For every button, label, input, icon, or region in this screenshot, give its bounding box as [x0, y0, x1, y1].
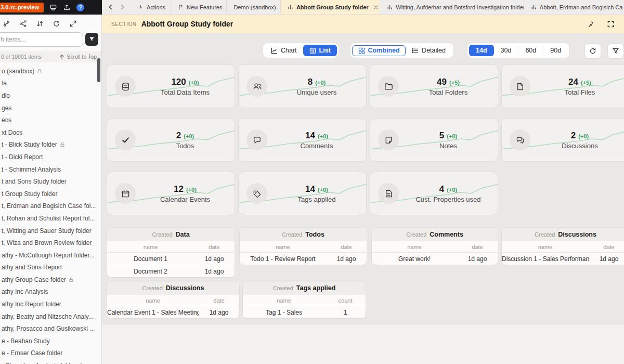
- table-row[interactable]: Discussion 1 - Sales Performance1d ago: [502, 252, 624, 265]
- tab-demo-sandbox[interactable]: Demo (sandbox): [227, 0, 281, 14]
- combined-mode-button[interactable]: Combined: [352, 45, 406, 56]
- stat-card-calendar-events: 12(+0)Calendar Events: [107, 172, 235, 215]
- lock-icon: [37, 69, 42, 74]
- stat-label: Unique users: [297, 88, 337, 96]
- tree-item[interactable]: t - Schimmel Analysis: [0, 163, 101, 176]
- bar-chart-icon: [387, 4, 393, 10]
- range-90d-button[interactable]: 90d: [543, 45, 568, 56]
- stat-value: 2: [571, 131, 576, 141]
- table-row[interactable]: Todo 1 - Review Report1d ago: [240, 252, 367, 265]
- pin-icon[interactable]: [587, 20, 594, 28]
- calendar-icon: [115, 183, 136, 204]
- share-graph-icon[interactable]: [19, 20, 27, 28]
- range-60d-button[interactable]: 60d: [518, 45, 543, 56]
- mode-toggle: Combined Detailed: [350, 43, 454, 58]
- stat-label: Total Files: [565, 88, 595, 96]
- tree-item[interactable]: athy and Sons Report: [0, 262, 101, 274]
- sidebar-scrollbar[interactable]: [97, 58, 100, 82]
- tree-item[interactable]: athy, Beatty and Nitzsche Analy...: [0, 310, 101, 323]
- stat-value: 49: [437, 77, 447, 87]
- refresh-icon[interactable]: [53, 20, 60, 28]
- sidebar: 0 of 10001 items Scroll to Top o (sandbo…: [0, 15, 102, 364]
- tab-label: Abbott Group Study folder: [296, 4, 369, 10]
- list-view-button[interactable]: List: [303, 45, 337, 56]
- tree-item[interactable]: athy Inc Analysis: [0, 286, 101, 298]
- tree-item[interactable]: t and Sons Study folder: [0, 175, 101, 188]
- table-header: CreatedData: [107, 228, 235, 241]
- sidebar-filter-button[interactable]: [85, 33, 98, 46]
- stat-delta: (+0): [318, 133, 328, 139]
- sort-icon[interactable]: [36, 20, 44, 28]
- share-icon[interactable]: [63, 4, 71, 11]
- stat-value: 14: [305, 131, 315, 141]
- device-icon[interactable]: [49, 4, 57, 11]
- tree-item[interactable]: t - Dicki Report: [0, 151, 101, 163]
- tree-item[interactable]: athy Group Case folder: [0, 274, 101, 286]
- table-columns: namedate: [372, 241, 498, 252]
- app-screen: 3.0-rc-preview ? Actions New Features De…: [0, 0, 624, 364]
- chart-view-button[interactable]: Chart: [265, 45, 303, 56]
- stat-delta: (+0): [189, 80, 199, 86]
- scroll-to-top-link[interactable]: Scroll to Top: [59, 54, 97, 60]
- range-14d-button[interactable]: 14d: [469, 45, 494, 56]
- range-30d-button[interactable]: 30d: [494, 45, 518, 56]
- tab-label: Demo (sandbox): [233, 4, 276, 10]
- tab-abbott-group-study-folder[interactable]: Abbott Group Study folder: [281, 0, 380, 14]
- filter-button[interactable]: [607, 43, 624, 59]
- back-icon[interactable]: [108, 3, 113, 12]
- tree-item[interactable]: t - Blick Study folder: [0, 139, 101, 151]
- stat-value: 4: [439, 184, 444, 194]
- forward-icon[interactable]: [120, 3, 125, 12]
- table-row[interactable]: Calendar Event 1 - Sales Meeting1d ago: [107, 306, 239, 318]
- fullscreen-icon[interactable]: [607, 20, 615, 28]
- tree-item[interactable]: athy - McCullough Report folder...: [0, 249, 101, 262]
- table-row[interactable]: Tag 1 - Sales1: [243, 306, 366, 318]
- help-icon[interactable]: ?: [76, 4, 84, 11]
- table-row[interactable]: Great work!1d ago: [372, 252, 498, 265]
- refresh-icon: [589, 47, 596, 55]
- tree-item[interactable]: xt Docs: [0, 126, 101, 139]
- section-header: section Abbott Group Study folder: [102, 15, 624, 33]
- tree-item[interactable]: t, Rohan and Schulist Report fol...: [0, 212, 101, 225]
- tree-item[interactable]: - Shanahan Analysis folder: [0, 359, 101, 364]
- tree-item[interactable]: eos: [0, 114, 101, 126]
- tree-item[interactable]: t Group Study folder: [0, 188, 101, 200]
- tab-witting-aufderhar-folder[interactable]: Witting, Aufderhar and Botsford Investig…: [380, 0, 524, 14]
- tab-actions[interactable]: Actions: [131, 0, 171, 14]
- close-icon[interactable]: [373, 5, 379, 10]
- tree-item[interactable]: t, Witting and Sauer Study folder: [0, 225, 101, 237]
- stat-value: 120: [171, 77, 186, 87]
- search-input[interactable]: [0, 32, 83, 47]
- stat-label: Todos: [176, 142, 194, 150]
- table-row[interactable]: Document 11d ago: [107, 252, 235, 265]
- refresh-button[interactable]: [584, 43, 601, 59]
- table-columns: namedate: [240, 241, 367, 252]
- table-row[interactable]: Document 21d ago: [107, 265, 235, 277]
- branch-icon[interactable]: [3, 20, 10, 28]
- tab-nav: [102, 0, 131, 14]
- tree-item[interactable]: athy Inc Report folder: [0, 298, 101, 310]
- tree-item[interactable]: ta: [0, 77, 101, 90]
- content-footer-area: [102, 325, 624, 364]
- tree-item[interactable]: athy, Prosacco and Gusikowski ...: [0, 322, 101, 335]
- stat-value: 12: [174, 184, 184, 194]
- stat-card-discussions: 2(+0)Discussions: [501, 118, 624, 162]
- tree-item[interactable]: e - Ernser Case folder: [0, 347, 101, 360]
- tree-item[interactable]: e - Beahan Study: [0, 335, 101, 347]
- tab-abbott-erdman-folder[interactable]: Abbott, Erdman and Bogisich Ca: [524, 0, 624, 14]
- tree-item[interactable]: t, Wiza and Brown Review folder: [0, 237, 101, 249]
- tree-item[interactable]: ges: [0, 102, 101, 114]
- tab-new-features[interactable]: New Features: [171, 0, 227, 14]
- table-header: CreatedTags applied: [243, 281, 366, 295]
- tree-item[interactable]: t, Erdman and Bogisich Case fol...: [0, 200, 101, 213]
- table-columns: namedate: [502, 241, 624, 252]
- detailed-mode-button[interactable]: Detailed: [406, 45, 452, 56]
- tree-item[interactable]: dio: [0, 89, 101, 102]
- arrow-up-icon: [59, 54, 64, 59]
- scroll-to-top-label: Scroll to Top: [67, 54, 97, 60]
- line-chart-icon: [271, 47, 278, 54]
- stat-label: Discussions: [562, 142, 597, 150]
- expand-icon[interactable]: [69, 20, 77, 28]
- section-eyebrow: section: [111, 21, 137, 27]
- tree-item[interactable]: o (sandbox): [0, 65, 101, 77]
